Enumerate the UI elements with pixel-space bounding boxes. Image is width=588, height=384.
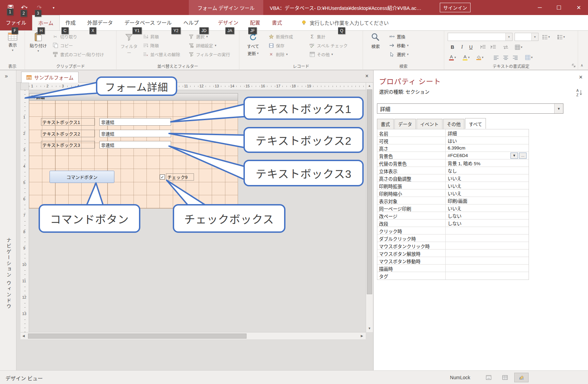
vertical-ruler: 1 2 3 4 5 6 7 8 9 10 11 12 13 xyxy=(20,90,29,332)
sort-descending-button[interactable]: 降順 xyxy=(141,41,185,50)
textbox3[interactable]: 非連結 xyxy=(99,141,171,148)
replace-button[interactable]: ab置換 xyxy=(388,32,442,41)
label-textbox2[interactable]: テキストボックス2 xyxy=(41,130,95,137)
form-design-grid[interactable] xyxy=(29,101,238,209)
goto-button[interactable]: 移動▾ xyxy=(388,41,442,50)
scroll-left-button[interactable]: ◀ xyxy=(20,333,27,339)
keytip-qat-2: 2 xyxy=(20,10,27,17)
keytip-file: F xyxy=(12,27,18,34)
form-view-icon xyxy=(486,375,491,380)
form-view-button[interactable] xyxy=(481,373,496,382)
tab-external-data[interactable]: 外部データ xyxy=(82,15,119,30)
delete-record-button[interactable]: ×削除▾ xyxy=(267,50,306,59)
collapse-ribbon-button[interactable]: ∧ xyxy=(580,63,583,68)
advanced-filter-icon xyxy=(188,42,194,48)
horizontal-scroll-thumb[interactable] xyxy=(28,333,247,339)
callout-form-detail: フォーム詳細 xyxy=(96,76,177,96)
ptab-event[interactable]: イベント xyxy=(417,119,443,129)
decrease-indent-button[interactable] xyxy=(479,43,487,51)
text-direction-button[interactable] xyxy=(502,43,510,51)
find-button[interactable]: 検索 xyxy=(366,32,385,49)
close-property-sheet-button[interactable]: × xyxy=(579,74,583,81)
italic-button[interactable]: I xyxy=(458,43,466,51)
ptab-all[interactable]: すべて xyxy=(465,118,486,129)
filter-button[interactable]: フィルター xyxy=(119,32,139,56)
document-tab-sample-form[interactable]: サンプルフォーム xyxy=(21,72,79,83)
save-record-button[interactable]: 保存 xyxy=(267,41,306,50)
bold-button[interactable]: B xyxy=(448,43,457,51)
align-left-button[interactable] xyxy=(492,53,500,61)
view-status: デザイン ビュー xyxy=(5,374,43,382)
back-color-dropdown-button[interactable]: ▼ xyxy=(510,153,518,159)
tab-home[interactable]: ホーム xyxy=(32,15,60,30)
textbox2[interactable]: 非連結 xyxy=(99,130,171,137)
back-color-builder-button[interactable]: … xyxy=(519,153,527,159)
navigation-pane-title[interactable]: ナビゲーション ウィンドウ xyxy=(5,238,12,310)
gridlines-button[interactable]: ▾ xyxy=(515,43,523,51)
highlight-color-button[interactable]: A▾ xyxy=(462,53,470,61)
tab-database-tools[interactable]: データベース ツール xyxy=(119,15,178,30)
font-size-combo[interactable]: ▾ xyxy=(515,33,538,41)
qat-customize-button[interactable]: ▾ xyxy=(50,2,57,13)
text-formatting-dialog-launcher[interactable] xyxy=(572,63,576,69)
expand-nav-pane-button[interactable]: » xyxy=(5,73,8,79)
font-color-button[interactable]: A▾ xyxy=(448,53,457,61)
datasheet-view-button[interactable] xyxy=(498,373,512,382)
copy-button[interactable]: コピー xyxy=(51,41,114,50)
section-collapse-icon xyxy=(31,96,34,99)
advanced-filter-button[interactable]: 詳細設定▾ xyxy=(187,41,238,50)
scroll-up-button[interactable]: ▲ xyxy=(366,83,373,89)
align-center-button[interactable] xyxy=(502,53,510,61)
ptab-data[interactable]: データ xyxy=(394,119,416,129)
label-textbox1[interactable]: テキストボックス1 xyxy=(41,118,95,126)
sign-in-button[interactable]: サインイン xyxy=(440,3,471,12)
close-document-button[interactable]: × xyxy=(365,73,368,79)
bullet-list-button[interactable]: ▾ xyxy=(542,33,550,41)
remove-sort-button[interactable]: 並べ替えの解除 xyxy=(141,50,185,59)
increase-indent-button[interactable] xyxy=(489,43,498,51)
ptab-other[interactable]: その他 xyxy=(443,119,465,129)
new-record-button[interactable]: 新規作成 xyxy=(267,32,306,41)
gridlines-icon xyxy=(515,45,520,50)
command-button[interactable]: コマンドボタン xyxy=(50,171,114,183)
refresh-all-button[interactable]: すべて 更新▾ xyxy=(242,32,264,57)
select-button[interactable]: 選択▾ xyxy=(388,50,442,59)
scroll-right-button[interactable]: ▶ xyxy=(359,333,365,339)
align-right-button[interactable] xyxy=(511,53,519,61)
checkbox-label[interactable]: チェック9 xyxy=(166,173,194,181)
minimize-button[interactable]: ─ xyxy=(531,0,548,15)
design-view-button[interactable] xyxy=(514,373,529,382)
property-row: ダブルクリック時 xyxy=(377,234,529,242)
close-button[interactable]: ✕ xyxy=(570,0,588,15)
decrease-indent-icon xyxy=(480,45,486,49)
label-textbox3[interactable]: テキストボックス3 xyxy=(41,141,95,148)
toggle-filter-button[interactable]: フィルターの実行 xyxy=(187,50,238,59)
textbox1[interactable]: 非連結 xyxy=(99,118,171,126)
format-painter-button[interactable]: 書式のコピー/貼り付け xyxy=(51,50,114,59)
background-color-button[interactable]: ▾ xyxy=(476,53,484,61)
property-row: マウスボタン移動時 xyxy=(377,257,529,265)
sort-az-button[interactable]: AZ xyxy=(576,88,583,98)
scroll-down-button[interactable]: ▼ xyxy=(366,325,373,331)
format-painter-icon xyxy=(52,51,58,57)
horizontal-scrollbar[interactable]: ◀ ▶ xyxy=(20,332,366,339)
cut-button[interactable]: ✂切り取り xyxy=(51,32,114,41)
spelling-button[interactable]: ABCスペル チェック xyxy=(308,41,362,50)
checkbox-check9[interactable]: ✓ xyxy=(160,174,165,180)
section-selector-dropdown[interactable]: 詳細 ▼ xyxy=(377,103,563,114)
maximize-button[interactable]: ☐ xyxy=(550,0,568,15)
numbered-list-button[interactable]: ▾ xyxy=(557,33,565,41)
table-gridlines-button[interactable]: ▾ xyxy=(525,53,533,61)
totals-button[interactable]: Σ集計 xyxy=(308,32,362,41)
underline-button[interactable]: U xyxy=(467,43,475,51)
spelling-icon: ABC xyxy=(309,42,315,48)
paste-button[interactable]: 貼り付け ▾ xyxy=(28,32,49,53)
vertical-scroll-thumb[interactable] xyxy=(367,89,372,294)
tab-format[interactable]: 書式 xyxy=(266,15,288,30)
more-records-button[interactable]: その他▾ xyxy=(308,50,362,59)
view-button[interactable]: 表示 ▾ xyxy=(3,32,22,52)
keytip-external: X xyxy=(89,27,96,34)
ptab-format[interactable]: 書式 xyxy=(377,119,394,129)
vertical-scrollbar[interactable]: ▲ ▼ xyxy=(366,83,373,332)
font-family-combo[interactable]: ▾ xyxy=(448,33,513,41)
